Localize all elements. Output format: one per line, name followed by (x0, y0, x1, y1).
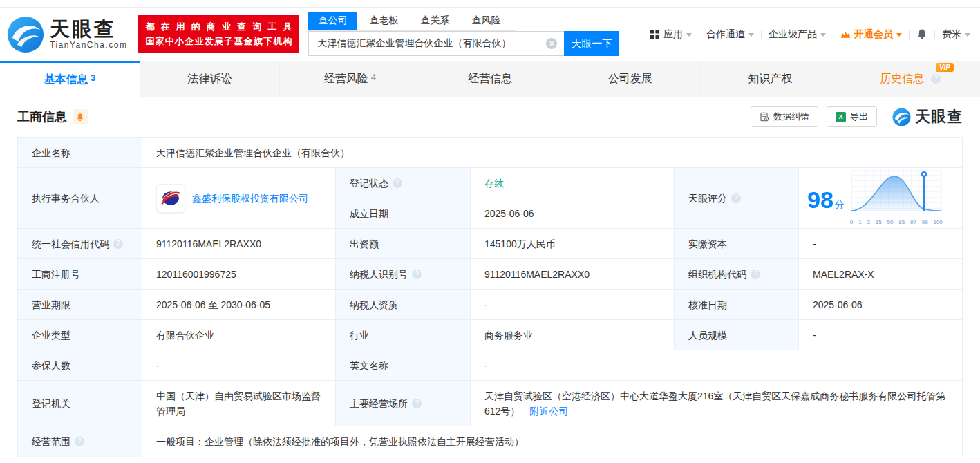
score-curve (850, 169, 943, 215)
help-icon[interactable] (113, 239, 123, 249)
registration-number-label: 工商注册号 (18, 259, 142, 290)
nav-apps[interactable]: 应用 (650, 28, 692, 41)
watermark-text: 天眼查 (915, 106, 963, 127)
help-icon[interactable] (393, 178, 402, 188)
excel-icon (836, 112, 846, 122)
company-type-value: 有限合伙企业 (142, 320, 336, 350)
site-logo[interactable]: 天眼查 TianYanCha.com (7, 16, 127, 53)
promo-banner: 都在用的商业查询工具 国家中小企业发展子基金旗下机构 (138, 15, 299, 53)
org-code-label: 组织机构代码 (675, 259, 799, 290)
nav-notifications[interactable] (916, 28, 927, 40)
nav-divider (909, 30, 910, 39)
company-name-value: 天津信德汇聚企业管理合伙企业（有限合伙） (142, 138, 962, 168)
nearby-companies-link[interactable]: 附近公司 (529, 406, 568, 417)
insured-count-value: - (142, 350, 336, 381)
staff-size-value: - (799, 320, 962, 350)
search-tab-company[interactable]: 查公司 (308, 12, 357, 30)
username: 费米 (942, 28, 961, 41)
capital-label: 出资额 (336, 229, 471, 259)
tianyancha-logo-icon (7, 16, 44, 53)
credit-code-value: 91120116MAEL2RAXX0 (142, 229, 336, 259)
english-name-value: - (471, 350, 962, 381)
bell-icon (76, 113, 84, 122)
search-button[interactable]: 天眼一下 (564, 31, 619, 56)
tab-intellectual-property[interactable]: 知识产权 (700, 61, 840, 97)
registration-number-value: 120116001996725 (142, 259, 336, 290)
score-unit: 分 (835, 199, 845, 210)
search-tab-risk[interactable]: 查风险 (462, 12, 510, 30)
tab-company-development[interactable]: 公司发展 (560, 61, 700, 97)
industry-value: 商务服务业 (471, 320, 675, 350)
main-content: 工商信息 数据纠错 (0, 97, 980, 457)
approval-date-label: 核准日期 (675, 290, 799, 320)
nav-divider (699, 30, 699, 39)
tianyancha-watermark: 天眼查 (892, 106, 963, 127)
business-scope-label: 经营范围 (18, 426, 142, 457)
industry-label: 行业 (336, 320, 471, 350)
nav-open-vip[interactable]: 开通会员 (840, 28, 902, 41)
chevron-down-icon (820, 33, 826, 37)
site-header: 天眼查 TianYanCha.com 都在用的商业查询工具 国家中小企业发展子基… (0, 8, 980, 61)
executive-partner-value: 鑫盛利保股权投资有限公司 (142, 168, 336, 229)
help-icon[interactable] (931, 74, 941, 84)
nav-divider (833, 30, 833, 39)
company-type-label: 企业类型 (18, 320, 142, 350)
executive-partner-label: 执行事务合伙人 (18, 168, 142, 229)
org-code-value: MAEL2RAX-X (799, 259, 962, 290)
data-correction-button[interactable]: 数据纠错 (751, 106, 818, 127)
tab-operating-risk[interactable]: 经营风险4 (279, 61, 420, 97)
search-tab-relation[interactable]: 查关系 (411, 12, 459, 30)
edit-document-icon (760, 112, 769, 122)
table-row: 登记机关 中国（天津）自由贸易试验区市场监督管理局 主要经营场所 天津自贸试验区… (18, 381, 962, 426)
chevron-down-icon (896, 33, 902, 37)
taxpayer-qualification-value: - (471, 290, 675, 320)
establishment-date-label: 成立日期 (336, 198, 471, 229)
partner-company-link[interactable]: 鑫盛利保股权投资有限公司 (192, 191, 308, 206)
nav-enterprise-products[interactable]: 企业级产品 (769, 28, 826, 41)
business-info-header: 工商信息 数据纠错 (0, 97, 980, 133)
credit-code-label: 统一社会信用代码 (18, 229, 142, 259)
nav-divider (761, 30, 762, 39)
help-icon[interactable] (412, 399, 422, 408)
help-icon[interactable] (731, 193, 741, 203)
company-name-label: 企业名称 (18, 138, 142, 168)
search-area: 查公司 查老板 查关系 查风险 天眼一下 (308, 12, 619, 56)
registry-authority-label: 登记机关 (18, 381, 142, 426)
insured-count-label: 参保人数 (18, 350, 142, 381)
help-icon[interactable] (75, 437, 84, 446)
registry-authority-value: 中国（天津）自由贸易试验区市场监督管理局 (142, 381, 336, 426)
taxpayer-qualification-label: 纳税人资质 (336, 290, 471, 320)
top-nav: 应用 合作通道 企业级产品 开通会员 (650, 28, 970, 41)
tab-basic-info[interactable]: 基本信息3 (0, 61, 140, 97)
subscribe-bell-button[interactable] (73, 109, 88, 124)
nav-divider (934, 30, 935, 39)
help-icon[interactable] (751, 270, 760, 279)
taxpayer-id-label: 纳税人识别号 (336, 259, 471, 290)
tab-business-info[interactable]: 经营信息 (420, 61, 560, 97)
nav-apps-label: 应用 (663, 28, 683, 41)
table-row: 参保人数 - 英文名称 - (18, 350, 962, 381)
registration-status-value: 存续 (471, 168, 675, 198)
chevron-down-icon (686, 33, 692, 37)
score-distribution-chart: 0131550859799100 (850, 169, 943, 230)
tianyan-score-label: 天眼评分 (675, 168, 799, 229)
search-tab-boss[interactable]: 查老板 (359, 12, 408, 30)
vip-badge: VIP (936, 63, 954, 72)
table-row: 统一社会信用代码 91120116MAEL2RAXX0 出资额 145100万人… (18, 229, 962, 259)
banner-line2: 国家中小企业发展子基金旗下机构 (145, 35, 292, 48)
company-section-tabs: 基本信息3 法律诉讼 经营风险4 经营信息 公司发展 知识产权 VIP 历史信息 (0, 61, 980, 97)
help-icon[interactable] (412, 270, 422, 279)
tab-history-info[interactable]: VIP 历史信息 (840, 61, 980, 97)
export-button[interactable]: 导出 (827, 106, 877, 127)
search-tabs: 查公司 查老板 查关系 查风险 (308, 12, 516, 31)
table-row: 工商注册号 120116001996725 纳税人识别号 91120116MAE… (18, 259, 962, 290)
tab-legal-proceedings[interactable]: 法律诉讼 (140, 61, 280, 97)
bell-icon (916, 28, 927, 40)
nav-user[interactable]: 费米 (942, 28, 970, 41)
search-input[interactable] (308, 31, 564, 56)
logo-subtitle: TianYanCha.com (50, 40, 127, 50)
nav-partner-channel[interactable]: 合作通道 (706, 28, 754, 41)
business-term-label: 营业期限 (18, 290, 142, 320)
business-registration-table: 企业名称 天津信德汇聚企业管理合伙企业（有限合伙） 执行事务合伙人 鑫盛利保股权… (17, 137, 963, 457)
grid-icon (650, 29, 660, 39)
